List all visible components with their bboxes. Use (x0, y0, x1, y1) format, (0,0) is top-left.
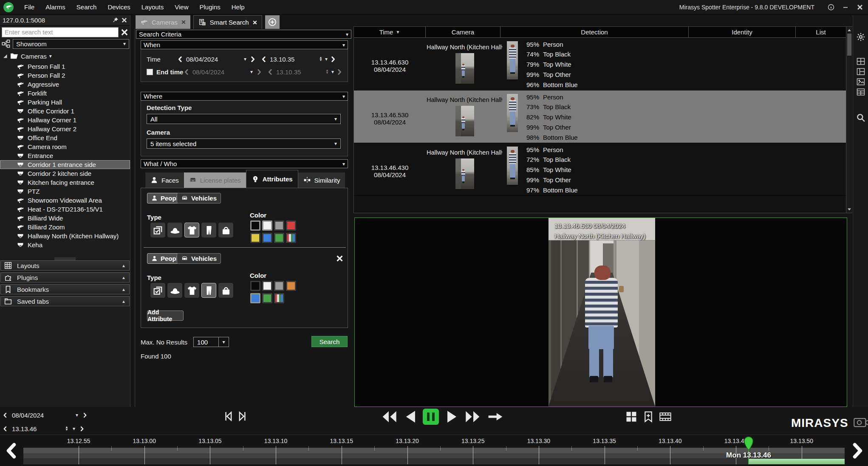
layout-image-icon[interactable] (856, 78, 865, 85)
type-hat-button[interactable] (167, 283, 182, 298)
timeline-track-2[interactable] (23, 453, 845, 458)
result-row[interactable]: 13.13.46.63008/04/2024Hallway North (Kit… (354, 38, 846, 90)
result-detection-thumbnail[interactable] (507, 94, 518, 132)
color-swatch-white[interactable] (262, 220, 272, 231)
color-swatch-orange[interactable] (286, 281, 296, 291)
what-who-header[interactable]: What / Who ▾ (141, 159, 348, 168)
camera-tree-item[interactable]: Parking Hall (0, 98, 130, 107)
color-swatch-blue[interactable] (250, 293, 260, 303)
chevron-left-icon[interactable] (3, 426, 8, 432)
chevron-down-icon[interactable]: ▾ (325, 56, 328, 62)
camera-tree-item[interactable]: Billiard Wide (0, 214, 130, 223)
menu-item-layouts[interactable]: Layouts (136, 0, 170, 14)
timeline-track-1[interactable] (23, 448, 845, 453)
layout-grid-icon[interactable] (856, 58, 865, 65)
color-swatch-black[interactable] (250, 220, 260, 231)
camera-tree-item[interactable]: Person Fall 1 (0, 62, 130, 71)
menu-item-devices[interactable]: Devices (102, 0, 136, 14)
color-swatch-white[interactable] (262, 281, 272, 291)
chevron-down-icon[interactable]: ▾ (244, 56, 246, 62)
where-header[interactable]: Where ▾ (141, 92, 348, 101)
close-tab-icon[interactable] (181, 20, 186, 25)
camera-tree-item[interactable]: Office End (0, 133, 130, 142)
camera-tree-item[interactable]: PTZ (0, 187, 130, 196)
clear-search-icon[interactable] (120, 28, 129, 37)
close-tab-icon[interactable] (252, 20, 257, 25)
chevron-down-icon[interactable]: ▾ (331, 69, 334, 75)
color-swatch-yellow[interactable] (250, 233, 260, 243)
chevron-left-icon[interactable] (3, 412, 8, 418)
camera-tree-item[interactable]: Showroom Videowall Area (0, 196, 130, 205)
chevron-right-icon[interactable] (82, 412, 88, 418)
camera-tree-item[interactable]: Hallway Corner 1 (0, 116, 130, 124)
menu-item-view[interactable]: View (169, 0, 194, 14)
camera-tree-item[interactable]: Forklift (0, 89, 130, 98)
camera-tree-item[interactable]: Office Corridor 1 (0, 107, 130, 116)
results-column-detection[interactable]: Detection (500, 27, 689, 38)
chevron-right-icon[interactable] (256, 69, 262, 75)
step-back-button[interactable] (221, 410, 234, 423)
info-button[interactable] (827, 3, 835, 11)
collapse-icon[interactable]: ▲ (122, 287, 126, 292)
time-spinner[interactable]: ▲▼ (319, 56, 322, 62)
chevron-down-icon[interactable]: ▾ (250, 69, 253, 75)
type-bag-button[interactable] (218, 283, 233, 298)
menu-item-file[interactable]: File (19, 0, 40, 14)
scrollbar-thumb[interactable] (847, 34, 851, 56)
camera-tree-item[interactable]: Corridor 1 entrance side (0, 160, 130, 169)
camera-tree-item[interactable]: Person Fall 2 (0, 71, 130, 80)
play-backward-button[interactable] (404, 410, 417, 424)
layout-cells-icon[interactable] (856, 88, 865, 96)
camera-tree-item[interactable]: Hallway Corner 2 (0, 124, 130, 133)
timeline-track-3[interactable] (23, 458, 845, 464)
type-bag-button[interactable] (218, 223, 233, 237)
scroll-down-icon[interactable] (847, 207, 852, 212)
result-row[interactable]: 13.13.46.43008/04/2024Hallway North (Kit… (354, 143, 846, 196)
chevron-right-icon[interactable] (336, 69, 342, 75)
vehicles-filter-button[interactable]: Vehicles (177, 193, 221, 203)
menu-item-help[interactable]: Help (226, 0, 250, 14)
result-camera-thumbnail[interactable] (455, 53, 474, 84)
fast-forward-button[interactable] (464, 410, 481, 423)
collapse-icon[interactable]: ▲ (122, 275, 126, 280)
playback-date[interactable]: 08/04/2024 (12, 412, 51, 419)
color-swatch-multicolor[interactable] (274, 293, 284, 303)
results-column-camera[interactable]: Camera (426, 27, 500, 38)
when-header[interactable]: When ▾ (141, 40, 348, 49)
add-tab-button[interactable] (265, 15, 280, 29)
color-swatch-blue[interactable] (262, 233, 272, 243)
close-icon[interactable] (121, 17, 127, 23)
what-who-tab-attributes[interactable]: Attributes (246, 170, 298, 188)
camera-tree-item[interactable]: Billiard Zoom (0, 223, 130, 232)
time-date-value[interactable]: 08/04/2024 (186, 56, 223, 63)
timeline-scroll-left[interactable] (3, 438, 20, 463)
color-swatch-multicolor[interactable] (286, 233, 296, 243)
sidebar-panel-plugins[interactable]: Plugins▲ (0, 272, 130, 282)
layout-rows-icon[interactable] (856, 68, 865, 75)
results-column-identity[interactable]: Identity (689, 27, 796, 38)
chevron-left-icon[interactable] (267, 69, 273, 75)
detection-type-dropdown[interactable]: All ▾ (147, 114, 341, 124)
expand-icon[interactable] (3, 54, 8, 59)
type-shirt-button[interactable] (184, 223, 199, 237)
color-swatch-gray[interactable] (274, 281, 284, 291)
end-time-value[interactable]: 13.10.35 (276, 68, 305, 76)
camera-filter-dropdown[interactable]: 5 items selected ▾ (147, 138, 341, 149)
timeline[interactable]: 13.12.5513.13.0013.13.0513.13.1013.13.15… (0, 435, 868, 466)
chevron-left-icon[interactable] (184, 69, 189, 75)
camera-tree-root[interactable]: Cameras ▾ (3, 52, 52, 60)
time-value[interactable]: 13.10.35 (270, 56, 299, 63)
type-hat-button[interactable] (167, 223, 182, 237)
results-scrollbar[interactable] (846, 27, 852, 213)
tab-smart-search[interactable]: Smart Search (193, 15, 262, 29)
search-criteria-header[interactable]: Search Criteria ▾ (136, 30, 351, 39)
result-detection-thumbnail[interactable] (507, 41, 518, 79)
chevron-left-icon[interactable] (177, 56, 183, 62)
search-icon[interactable] (856, 113, 865, 122)
type-pants-button[interactable] (201, 283, 216, 298)
export-button[interactable] (659, 411, 672, 423)
add-attribute-button[interactable]: Add Attribute (147, 311, 184, 321)
result-camera-thumbnail[interactable] (455, 106, 474, 136)
color-swatch-green[interactable] (262, 293, 272, 303)
menu-item-alarms[interactable]: Alarms (40, 0, 71, 14)
